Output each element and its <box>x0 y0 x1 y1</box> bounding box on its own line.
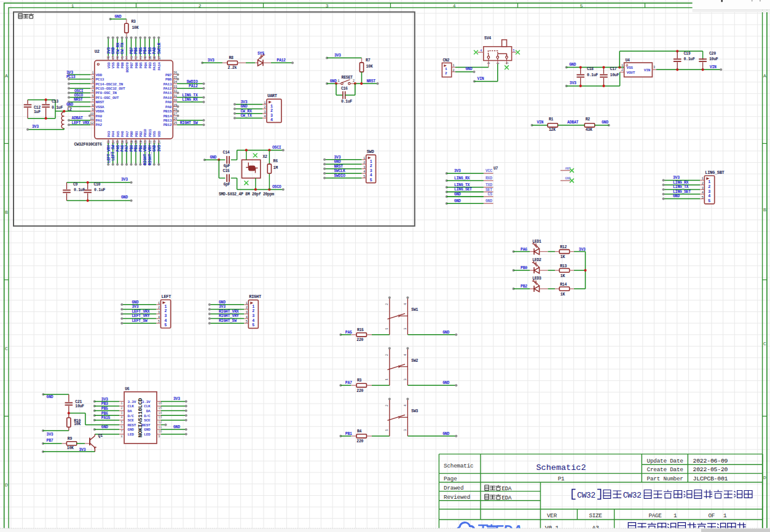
svg-text:GND: GND <box>210 155 216 160</box>
svg-text:45: 45 <box>121 56 124 60</box>
svg-text:43K: 43K <box>586 128 592 132</box>
svg-text:3: 3 <box>165 314 167 318</box>
svg-text:10K: 10K <box>67 446 74 450</box>
svg-text:LED3: LED3 <box>532 276 541 281</box>
svg-text:PB7: PB7 <box>130 47 134 54</box>
svg-text:CN2: CN2 <box>442 58 449 63</box>
svg-text:PB3: PB3 <box>148 62 152 69</box>
svg-text:C12: C12 <box>34 106 41 110</box>
svg-text:EDA: EDA <box>502 495 512 501</box>
svg-text:5: 5 <box>370 178 372 182</box>
svg-text:2: 2 <box>386 405 390 407</box>
svg-text:LING_RX: LING_RX <box>182 98 198 102</box>
svg-text:GND: GND <box>115 15 122 19</box>
svg-text:41: 41 <box>139 56 143 60</box>
svg-text:VIN: VIN <box>477 77 484 81</box>
svg-text:0.1uF: 0.1uF <box>684 57 695 61</box>
svg-text:3V3: 3V3 <box>334 155 341 160</box>
svg-text:1: 1 <box>165 305 167 309</box>
svg-text:3V3: 3V3 <box>157 145 162 152</box>
svg-text:4: 4 <box>120 416 122 420</box>
svg-text:PA6: PA6 <box>521 248 527 252</box>
svg-text:RIGHT_VRX: RIGHT_VRX <box>219 310 239 314</box>
svg-text:PB6: PB6 <box>101 412 108 416</box>
svg-text:1K: 1K <box>560 292 565 297</box>
svg-text:1: 1 <box>363 157 365 160</box>
svg-text:PAD: PAD <box>152 47 157 54</box>
svg-text:PA12: PA12 <box>277 58 286 63</box>
svg-text:16: 16 <box>159 402 162 405</box>
svg-text:220: 220 <box>356 439 363 444</box>
svg-text:Part Number: Part Number <box>647 475 683 482</box>
svg-text:3.3V: 3.3V <box>142 400 151 404</box>
svg-text:PB5: PB5 <box>139 62 143 69</box>
svg-text:PA6: PA6 <box>120 131 125 138</box>
svg-text:1: 1 <box>120 402 122 405</box>
svg-text:C19: C19 <box>684 52 691 56</box>
svg-text:5: 5 <box>252 323 254 327</box>
svg-text:R7: R7 <box>366 58 371 63</box>
svg-text:3V3: 3V3 <box>79 448 86 452</box>
svg-text:U7: U7 <box>493 166 498 171</box>
svg-text:C10: C10 <box>93 182 100 187</box>
svg-text:PC13: PC13 <box>66 75 76 79</box>
svg-text:SWDIO: SWDIO <box>186 80 197 84</box>
svg-text:3: 3 <box>404 429 407 431</box>
svg-text:B: B <box>5 209 8 215</box>
svg-text:3V3: 3V3 <box>66 71 73 75</box>
svg-text:42: 42 <box>135 56 138 60</box>
svg-text:LING_RX: LING_RX <box>673 181 689 185</box>
svg-text:2022-05-20: 2022-05-20 <box>693 466 728 473</box>
svg-text:3V3: 3V3 <box>107 47 111 54</box>
svg-text:C18: C18 <box>587 67 594 71</box>
svg-text:4: 4 <box>270 118 273 122</box>
svg-text:SWDIO: SWDIO <box>334 174 345 178</box>
svg-text:CW_RX: CW_RX <box>241 109 252 114</box>
svg-text:5: 5 <box>708 199 710 203</box>
svg-text:43: 43 <box>130 56 133 60</box>
svg-text:3V3: 3V3 <box>32 125 39 129</box>
svg-text:3V3: 3V3 <box>219 305 226 309</box>
svg-text:3: 3 <box>708 190 710 194</box>
svg-text:PB8: PB8 <box>120 62 125 69</box>
svg-text:NRST: NRST <box>367 79 376 84</box>
svg-text:D: D <box>5 482 8 488</box>
svg-text:PA12: PA12 <box>163 87 172 91</box>
svg-text:7: 7 <box>120 430 122 434</box>
svg-text:PA2: PA2 <box>96 123 103 127</box>
svg-text:SV4: SV4 <box>484 36 491 41</box>
svg-text:P1: P1 <box>558 475 565 482</box>
svg-text:3: 3 <box>702 187 704 190</box>
svg-text:PB0: PB0 <box>130 145 134 152</box>
svg-text:NRST: NRST <box>74 98 83 102</box>
svg-text:3V3: 3V3 <box>208 58 214 63</box>
svg-text:3: 3 <box>404 378 407 380</box>
svg-text:PB9: PB9 <box>116 62 120 69</box>
svg-text:Drawed: Drawed <box>444 485 463 491</box>
svg-text:11: 11 <box>159 426 162 429</box>
svg-text:1: 1 <box>158 302 160 305</box>
svg-text:3V3: 3V3 <box>454 169 461 173</box>
svg-text:C: C <box>763 341 766 346</box>
svg-text:3V3: 3V3 <box>173 397 180 401</box>
svg-text:LEFT_SW: LEFT_SW <box>132 319 148 323</box>
svg-text:14: 14 <box>159 412 162 415</box>
svg-text:1K: 1K <box>560 255 565 259</box>
svg-text:3V3: 3V3 <box>47 432 53 437</box>
svg-text:LING_SET: LING_SET <box>454 187 472 192</box>
svg-text:13: 13 <box>107 140 110 144</box>
svg-text:RIGHT_VRY: RIGHT_VRY <box>148 145 152 165</box>
svg-text:REST: REST <box>142 423 151 428</box>
svg-text:OSCI: OSCI <box>272 146 281 150</box>
svg-text:SWCLK: SWCLK <box>334 169 345 173</box>
svg-text:15: 15 <box>116 140 119 144</box>
svg-text:3: 3 <box>120 412 122 415</box>
svg-text:R13: R13 <box>560 264 567 268</box>
svg-text:U6: U6 <box>125 387 130 391</box>
svg-text:44: 44 <box>125 56 128 60</box>
svg-text:4: 4 <box>702 191 704 195</box>
svg-text:L2: L2 <box>68 108 73 112</box>
svg-text:PB1: PB1 <box>345 432 352 436</box>
svg-text:1: 1 <box>445 67 447 71</box>
svg-text:PB10: PB10 <box>144 128 148 137</box>
